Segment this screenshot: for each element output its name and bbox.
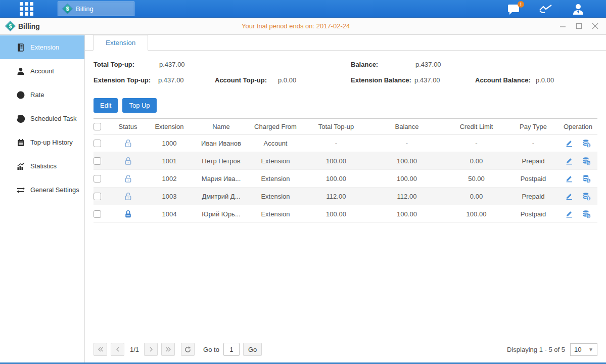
row-checkbox[interactable] <box>94 140 101 147</box>
page-indicator: 1/1 <box>130 346 139 353</box>
refresh-button[interactable] <box>181 343 195 356</box>
cell-extension: 1001 <box>144 157 195 165</box>
edit-icon[interactable] <box>565 139 574 148</box>
minimize-button[interactable] <box>558 22 567 30</box>
row-checkbox[interactable] <box>94 210 101 218</box>
total-topup-value: p.437.00 <box>159 61 185 68</box>
next-page-button[interactable] <box>144 343 158 356</box>
first-page-button[interactable] <box>94 343 107 356</box>
chevron-down-icon: ▼ <box>588 347 593 352</box>
edit-button[interactable]: Edit <box>94 98 118 113</box>
top-navigation-bar: $ Billing ! <box>0 0 606 18</box>
cell-name: Юрий Юрь... <box>195 210 248 218</box>
table-row[interactable]: 1002 Мария Ива... Extension 100.00 100.0… <box>94 170 597 188</box>
resource-monitor-icon[interactable] <box>538 3 553 15</box>
general-settings-icon <box>16 186 25 194</box>
sidebar-item-top-up-history[interactable]: Top-up History <box>0 130 84 154</box>
top-up-icon[interactable]: $ <box>582 209 591 219</box>
cell-pay-type: - <box>508 140 558 147</box>
cell-name: Иван Иванов <box>195 140 248 147</box>
billing-app-tab[interactable]: $ Billing <box>58 2 134 16</box>
cell-extension: 1004 <box>144 210 195 218</box>
edit-icon[interactable] <box>565 174 574 183</box>
maximize-button[interactable] <box>575 22 583 30</box>
edit-icon[interactable] <box>565 209 574 218</box>
cell-credit-limit: 100.00 <box>445 210 508 218</box>
billing-window: $ Billing ! <box>0 0 606 364</box>
app-launcher-button[interactable] <box>16 2 36 16</box>
account-balance-value: p.0.00 <box>536 76 554 84</box>
balance-summary: Total Top-up: p.437.00 Balance: p.437.00… <box>94 58 606 94</box>
table-row[interactable]: 1000 Иван Иванов Account - - - - $ <box>94 134 597 152</box>
last-page-button[interactable] <box>161 343 175 356</box>
top-up-icon[interactable]: $ <box>582 174 591 184</box>
cell-extension: 1003 <box>144 193 195 200</box>
svg-text:$: $ <box>19 92 22 98</box>
tab-strip: Extension <box>85 35 606 51</box>
goto-page-input[interactable] <box>223 343 240 356</box>
close-button[interactable] <box>591 22 599 30</box>
table-header: Status Extension Name Charged From Total… <box>94 118 597 134</box>
status-lock-icon <box>123 174 133 181</box>
row-checkbox[interactable] <box>94 175 101 183</box>
user-account-icon[interactable] <box>571 3 586 15</box>
account-topup-value: p.0.00 <box>278 76 296 84</box>
column-name: Name <box>195 123 248 130</box>
cell-balance: 100.00 <box>369 210 445 218</box>
top-up-icon[interactable]: $ <box>582 139 591 148</box>
window-titlebar: $ Billing Your trial period ends on: 201… <box>0 18 606 35</box>
extension-topup-value: p.437.00 <box>158 76 184 84</box>
cell-extension: 1002 <box>144 175 195 183</box>
edit-icon[interactable] <box>565 192 574 201</box>
sidebar: ExtensionAccount$RateScheduled TaskTop-u… <box>0 35 85 362</box>
cell-name: Мария Ива... <box>195 175 248 183</box>
page-size-select[interactable]: 10 ▼ <box>570 343 597 356</box>
select-all-checkbox[interactable] <box>94 123 101 130</box>
top-up-button[interactable]: Top Up <box>122 98 156 113</box>
table-row[interactable]: 1004 Юрий Юрь... Extension 100.00 100.00… <box>94 205 597 223</box>
table-row[interactable]: 1003 Дмитрий Д... Extension 112.00 112.0… <box>94 188 597 205</box>
edit-icon[interactable] <box>565 156 574 165</box>
app-tab-label: Billing <box>76 5 94 13</box>
page-size-value: 10 <box>574 346 581 353</box>
cell-balance: 100.00 <box>369 157 445 165</box>
row-checkbox[interactable] <box>94 157 101 165</box>
cell-balance: - <box>369 140 445 147</box>
rate-icon: $ <box>16 90 25 99</box>
cell-credit-limit: - <box>445 140 508 147</box>
cell-name: Петр Петров <box>195 157 248 165</box>
cell-pay-type: Prepaid <box>508 193 558 200</box>
messages-icon[interactable]: ! <box>506 3 521 15</box>
row-checkbox[interactable] <box>94 193 101 200</box>
sidebar-item-general-settings[interactable]: General Settings <box>0 178 84 202</box>
cell-total-topup: 112.00 <box>303 193 369 200</box>
cell-total-topup: 100.00 <box>303 210 369 218</box>
column-credit-limit: Credit Limit <box>445 123 508 130</box>
sidebar-item-scheduled-task[interactable]: Scheduled Task <box>0 107 84 130</box>
trial-notice: Your trial period ends on: 2017-02-24 <box>242 22 350 30</box>
column-balance: Balance <box>369 123 445 130</box>
go-button[interactable]: Go <box>243 343 262 356</box>
table-body: 1000 Иван Иванов Account - - - - $ <box>94 134 597 223</box>
cell-credit-limit: 0.00 <box>445 157 508 165</box>
cell-extension: 1000 <box>144 140 195 147</box>
sidebar-item-account[interactable]: Account <box>0 59 84 83</box>
top-up-icon[interactable]: $ <box>582 192 591 201</box>
column-operation: Operation <box>558 123 597 130</box>
sidebar-item-rate[interactable]: $Rate <box>0 83 84 107</box>
billing-diamond-icon: $ <box>63 5 72 13</box>
cell-charged-from: Extension <box>248 175 303 183</box>
cell-name: Дмитрий Д... <box>195 193 248 200</box>
sidebar-item-extension[interactable]: Extension <box>0 35 84 59</box>
window-title: Billing <box>18 22 40 30</box>
billing-title-icon: $ <box>6 22 15 30</box>
account-icon <box>16 67 25 75</box>
sidebar-item-statistics[interactable]: Statistics <box>0 154 84 178</box>
statistics-icon <box>16 162 25 170</box>
extension-balance-value: p.437.00 <box>414 76 440 84</box>
top-up-icon[interactable]: $ <box>582 156 591 166</box>
prev-page-button[interactable] <box>111 343 124 356</box>
table-row[interactable]: 1001 Петр Петров Extension 100.00 100.00… <box>94 152 597 170</box>
tab-extension[interactable]: Extension <box>93 35 148 51</box>
cell-total-topup: - <box>303 140 369 147</box>
